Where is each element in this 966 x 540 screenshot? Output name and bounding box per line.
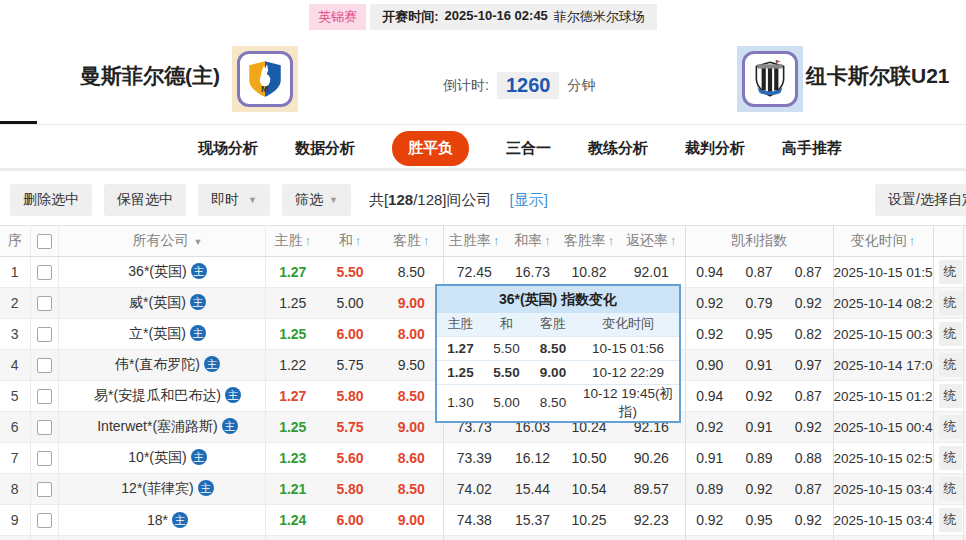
company-name[interactable]: 立*(英国)主 [58, 319, 265, 350]
header-change-time[interactable]: 变化时间↑ [833, 226, 933, 257]
odds-value[interactable]: 1.27 [265, 257, 320, 288]
odds-value[interactable]: 8.50 [380, 474, 443, 505]
header-return-rate[interactable]: 返还率↑ [618, 226, 685, 257]
tab-5[interactable]: 教练分析 [588, 139, 648, 158]
stat-cell: 统 [933, 381, 963, 412]
header-away-odds[interactable]: 客胜↑ [380, 226, 443, 257]
odds-mode-label: 即时 [211, 191, 239, 209]
rate-value: 10.25 [560, 505, 618, 536]
stats-button[interactable]: 统 [939, 477, 962, 501]
row-checkbox[interactable] [37, 482, 52, 497]
tab-1[interactable]: 现场分析 [198, 139, 258, 158]
row-checkbox[interactable] [37, 420, 52, 435]
odds-value[interactable]: 1.27 [265, 381, 320, 412]
select-all-checkbox[interactable] [37, 234, 52, 249]
delete-selected-button[interactable]: 删除选中 [10, 184, 92, 216]
row-index: 9 [0, 505, 30, 536]
odds-value[interactable]: 5.75 [320, 412, 380, 443]
company-name[interactable]: 12*(菲律宾)主 [58, 474, 265, 505]
company-name[interactable]: 伟*(直布罗陀)主 [58, 350, 265, 381]
company-name[interactable]: Interwet*(塞浦路斯)主 [58, 412, 265, 443]
sort-up-icon: ↑ [544, 233, 551, 248]
odds-value[interactable]: 1.25 [265, 412, 320, 443]
company-name[interactable]: 威*(英国)主 [58, 288, 265, 319]
tab-2[interactable]: 数据分析 [295, 139, 355, 158]
kelly-value: 0.91 [685, 443, 734, 474]
sort-up-icon: ↑ [493, 233, 500, 248]
show-link[interactable]: [显示] [510, 191, 548, 210]
header-draw-rate[interactable]: 和率↑ [505, 226, 560, 257]
settings-button[interactable]: 设置/选择自定义 [875, 184, 966, 216]
change-time: 2025-10-15 02:53 [833, 443, 933, 474]
header-draw-odds[interactable]: 和↑ [320, 226, 380, 257]
row-checkbox[interactable] [37, 296, 52, 311]
odds-value[interactable]: 8.00 [380, 319, 443, 350]
odds-value[interactable]: 5.50 [320, 257, 380, 288]
rate-value: 15.37 [505, 505, 560, 536]
tab-6[interactable]: 裁判分析 [685, 139, 745, 158]
odds-value[interactable]: 5.60 [320, 443, 380, 474]
stats-button[interactable]: 统 [939, 415, 962, 439]
row-checkbox[interactable] [37, 451, 52, 466]
stats-button[interactable]: 统 [939, 446, 962, 470]
header-home-rate[interactable]: 主胜率↑ [443, 226, 505, 257]
row-checkbox[interactable] [37, 513, 52, 528]
tab-7[interactable]: 高手推荐 [782, 139, 842, 158]
rate-value: 10.54 [560, 474, 618, 505]
odds-value[interactable]: 1.23 [265, 443, 320, 474]
popup-odds-value: 1.27 [437, 336, 484, 360]
company-name[interactable]: 易*(安提瓜和巴布达)主 [58, 381, 265, 412]
stats-button[interactable]: 统 [939, 322, 962, 346]
stats-button[interactable]: 统 [939, 384, 962, 408]
odds-value[interactable]: 5.00 [320, 288, 380, 319]
odds-value[interactable]: 1.21 [265, 474, 320, 505]
odds-value[interactable]: 1.24 [265, 505, 320, 536]
home-team-name: 曼斯菲尔德(主) [80, 62, 220, 90]
header-company[interactable]: 所有公司▼ [58, 226, 265, 257]
odds-value[interactable]: 9.00 [380, 412, 443, 443]
popup-row: 1.275.508.5010-15 01:56 [437, 336, 679, 360]
odds-value[interactable]: 1.25 [265, 319, 320, 350]
odds-value[interactable]: 1.25 [265, 288, 320, 319]
header-home-odds[interactable]: 主胜↑ [265, 226, 320, 257]
odds-value[interactable]: 8.50 [380, 381, 443, 412]
stats-button[interactable]: 统 [939, 508, 962, 532]
row-checkbox[interactable] [37, 327, 52, 342]
row-checkbox[interactable] [37, 265, 52, 280]
stats-button[interactable]: 统 [939, 291, 962, 315]
chevron-down-icon: ▼ [329, 195, 338, 205]
odds-value[interactable]: 8.50 [380, 257, 443, 288]
row-checkbox[interactable] [37, 358, 52, 373]
odds-value[interactable]: 8.60 [380, 443, 443, 474]
filter-dropdown[interactable]: 筛选▼ [282, 184, 351, 216]
tab-4[interactable]: 三合一 [506, 139, 551, 158]
popup-odds-value: 5.50 [484, 360, 529, 384]
odds-value[interactable]: 6.00 [320, 505, 380, 536]
company-count: 共[128/128]间公司 [369, 191, 492, 210]
header-away-rate[interactable]: 客胜率↑ [560, 226, 618, 257]
kelly-value: 0.95 [734, 319, 784, 350]
stats-button[interactable]: 统 [939, 353, 962, 377]
keep-selected-button[interactable]: 保留选中 [104, 184, 186, 216]
home-team-crest-icon: M [237, 51, 293, 107]
odds-mode-dropdown[interactable]: 即时▼ [198, 184, 270, 216]
odds-value[interactable]: 9.50 [380, 350, 443, 381]
row-checkbox[interactable] [37, 389, 52, 404]
company-name[interactable]: 36*(英国)主 [58, 257, 265, 288]
odds-value[interactable]: 6.00 [320, 319, 380, 350]
tab-3[interactable]: 胜平负 [392, 131, 469, 166]
odds-value[interactable]: 5.80 [320, 474, 380, 505]
stats-button[interactable]: 统 [939, 260, 962, 284]
company-name[interactable]: 10*(英国)主 [58, 443, 265, 474]
company-name[interactable]: 18*主 [58, 505, 265, 536]
row-checkbox-cell [30, 350, 58, 381]
odds-value[interactable]: 5.80 [320, 381, 380, 412]
odds-value[interactable]: 1.22 [265, 350, 320, 381]
odds-value[interactable]: 5.75 [320, 350, 380, 381]
home-team-logo: M [232, 46, 298, 112]
odds-value[interactable]: 9.00 [380, 505, 443, 536]
row-index: 4 [0, 350, 30, 381]
home-badge-icon: 主 [222, 418, 238, 434]
odds-value[interactable]: 9.00 [380, 288, 443, 319]
kickoff-label: 开赛时间: [382, 8, 438, 26]
